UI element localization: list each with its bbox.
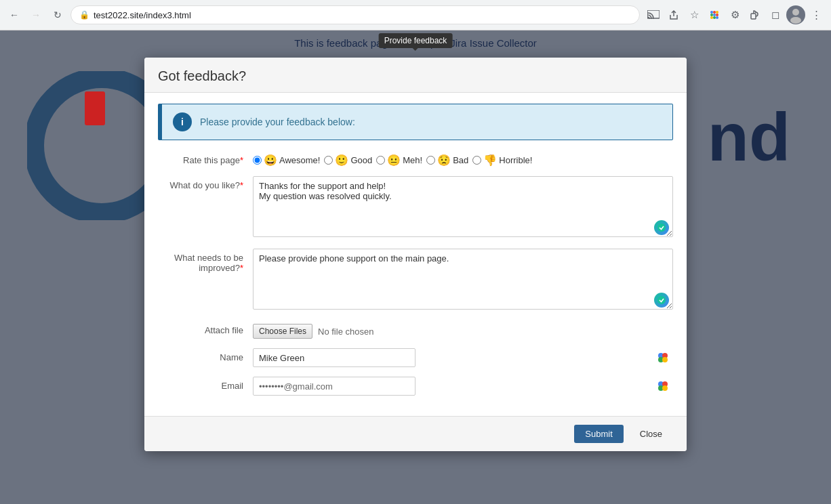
svg-point-8 (713, 16, 716, 19)
browser-toolbar: ← → ↻ 🔒 test2022.site/index3.html ☆ (0, 0, 831, 30)
address-bar[interactable]: 🔒 test2022.site/index3.html (70, 5, 640, 24)
email-control (253, 377, 673, 396)
svg-point-11 (792, 9, 799, 16)
svg-rect-10 (751, 14, 756, 19)
provide-feedback-tooltip: Provide feedback (379, 33, 453, 48)
rating-good-radio[interactable] (324, 156, 333, 165)
modal-body: i Please provide your feedback below: Ra… (144, 93, 687, 416)
email-row: Email (158, 377, 673, 396)
rating-bad[interactable]: 😟 Bad (426, 154, 468, 167)
rating-meh[interactable]: 😐 Meh! (376, 154, 422, 167)
what-needs-improvement-control: Please provide phone support on the main… (253, 249, 673, 312)
choose-files-button[interactable]: Choose Files (253, 324, 312, 339)
lock-icon: 🔒 (79, 10, 89, 20)
modal-overlay: Got feedback? i Please provide your feed… (0, 30, 831, 504)
what-do-you-like-textarea[interactable]: Thanks for the support and help! My ques… (253, 176, 673, 237)
file-input-row: Choose Files No file chosen (253, 321, 673, 339)
cast-icon[interactable] (644, 5, 663, 24)
rating-bad-radio[interactable] (426, 156, 435, 165)
name-input-icon (657, 352, 669, 364)
svg-point-3 (716, 11, 718, 14)
rating-horrible-radio[interactable] (472, 156, 481, 165)
email-label: Email (158, 377, 253, 391)
attach-file-label: Attach file (158, 321, 253, 335)
svg-point-20 (662, 357, 668, 362)
what-do-you-like-control: Thanks for the support and help! My ques… (253, 176, 673, 239)
email-input-icon (657, 380, 669, 392)
share-icon[interactable] (664, 5, 683, 24)
what-needs-improvement-row: What needs to be improved?* Please provi… (158, 249, 673, 312)
name-label: Name (158, 348, 253, 362)
settings-icon[interactable]: ⚙ (725, 5, 744, 24)
svg-point-5 (713, 14, 716, 16)
svg-point-7 (710, 16, 713, 19)
reload-button[interactable]: ↻ (49, 6, 66, 24)
what-needs-improvement-wrapper: Please provide phone support on the main… (253, 249, 673, 312)
extensions-icon[interactable] (746, 5, 765, 24)
grammarly-icon-1 (654, 220, 669, 235)
google-apps-icon[interactable] (705, 5, 724, 24)
name-input[interactable] (253, 348, 416, 367)
what-do-you-like-label: What do you like?* (158, 176, 253, 190)
what-do-you-like-row: What do you like?* Thanks for the suppor… (158, 176, 673, 239)
svg-point-24 (662, 385, 668, 391)
modal-footer: Submit Close (144, 416, 687, 451)
rating-horrible[interactable]: 👎 Horrible! (472, 154, 532, 167)
email-input-wrapper (253, 377, 673, 396)
window-toggle-icon[interactable]: ◻ (766, 5, 785, 24)
url-text: test2022.site/index3.html (94, 10, 191, 20)
menu-icon[interactable]: ⋮ (807, 5, 826, 24)
svg-point-12 (790, 17, 801, 24)
info-box: i Please provide your feedback below: (158, 104, 673, 140)
info-icon: i (173, 112, 192, 131)
rating-meh-radio[interactable] (376, 156, 385, 165)
svg-point-16 (657, 296, 666, 304)
attach-file-control: Choose Files No file chosen (253, 321, 673, 339)
what-needs-improvement-label: What needs to be improved?* (158, 249, 253, 273)
name-input-wrapper (253, 348, 673, 367)
feedback-modal: Got feedback? i Please provide your feed… (144, 58, 687, 451)
browser-chrome: ← → ↻ 🔒 test2022.site/index3.html ☆ (0, 0, 831, 30)
close-button[interactable]: Close (629, 425, 673, 443)
svg-point-1 (710, 11, 713, 14)
toolbar-icons: ☆ ⚙ ◻ (644, 5, 826, 24)
attach-file-row: Attach file Choose Files No file chosen (158, 321, 673, 339)
email-input[interactable] (253, 377, 416, 396)
name-row: Name (158, 348, 673, 367)
svg-point-9 (716, 16, 718, 19)
back-button[interactable]: ← (5, 6, 23, 24)
page-background: This is feedback page with help of Jira … (0, 30, 831, 504)
info-text: Please provide your feedback below: (200, 117, 355, 127)
rate-page-label: Rate this page* (158, 151, 253, 165)
modal-title: Got feedback? (158, 68, 673, 84)
rating-good[interactable]: 🙂 Good (324, 154, 372, 167)
svg-point-15 (657, 224, 666, 232)
grammarly-icon-2 (654, 293, 669, 308)
rating-options: 😀 Awesome! 🙂 Good 😐 (253, 151, 673, 167)
no-file-chosen-text: No file chosen (318, 327, 373, 337)
submit-button[interactable]: Submit (574, 425, 623, 443)
name-control (253, 348, 673, 367)
svg-point-2 (713, 11, 716, 14)
svg-point-6 (716, 14, 718, 16)
svg-point-4 (710, 14, 713, 16)
what-do-you-like-wrapper: Thanks for the support and help! My ques… (253, 176, 673, 239)
forward-button[interactable]: → (27, 6, 45, 24)
bookmark-icon[interactable]: ☆ (685, 5, 704, 24)
rating-awesome-radio[interactable] (253, 156, 262, 165)
modal-header: Got feedback? (144, 58, 687, 92)
avatar[interactable] (786, 5, 805, 24)
what-needs-improvement-textarea[interactable]: Please provide phone support on the main… (253, 249, 673, 310)
rating-awesome[interactable]: 😀 Awesome! (253, 154, 320, 167)
rate-page-row: Rate this page* 😀 Awesome! 🙂 (158, 151, 673, 167)
